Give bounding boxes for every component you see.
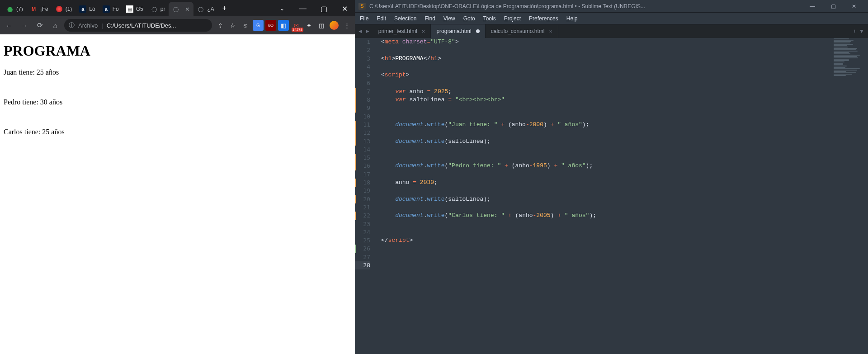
chrome-tab[interactable]: aFo — [99, 2, 123, 16]
close-icon[interactable]: × — [422, 28, 425, 35]
scheme-label: Archivo — [78, 22, 98, 29]
chrome-tab[interactable]: aLó — [75, 2, 99, 16]
minimap[interactable] — [832, 38, 868, 354]
tab-overflow: + ▼ — [849, 24, 868, 38]
dirty-indicator-icon — [476, 29, 480, 33]
menu-preferences[interactable]: Preferences — [525, 15, 562, 22]
mail-badge: 14278 — [292, 28, 303, 32]
editor-tab-active[interactable]: programa.html — [431, 24, 485, 38]
window-title: C:\Users\LATITUDE\Desktop\ONE-ORACLE\Lóg… — [369, 3, 802, 9]
chrome-tab[interactable]: ⬤(7) — [3, 2, 27, 16]
editor-tab[interactable]: calculo_consumo.html × — [486, 24, 558, 38]
tab-name: programa.html — [436, 28, 471, 34]
menu-selection[interactable]: Selection — [390, 15, 420, 22]
output-line: Carlos tiene: 25 años — [4, 128, 351, 136]
menu-file[interactable]: File — [356, 15, 373, 22]
chrome-tabstrip: ⬤(7) M¡Fe (1) aLó aFo ▤G5 ◯pr ◯✕ ◯¿A + ⌄… — [0, 0, 355, 16]
maximize-button[interactable]: ▢ — [823, 0, 844, 13]
globe-icon: ◯ — [197, 5, 204, 13]
nav-forward-icon[interactable]: ► — [365, 28, 370, 34]
menu-goto[interactable]: Goto — [459, 15, 479, 22]
new-tab-button[interactable]: + — [218, 4, 231, 12]
menu-bar: File Edit Selection Find View Goto Tools… — [355, 13, 868, 24]
reload-button[interactable]: ⟳ — [33, 19, 46, 32]
menu-icon[interactable]: ⋮ — [341, 20, 352, 31]
extension-icon[interactable]: ⎋ — [240, 20, 251, 31]
page-title: PROGRAMA — [4, 42, 351, 59]
globe-icon: ◯ — [172, 5, 179, 13]
alura-icon: a — [79, 5, 86, 13]
chrome-tab[interactable]: ◯¿A — [193, 2, 217, 16]
page-content: PROGRAMA Juan tiene: 25 años Pedro tiene… — [0, 34, 355, 354]
window-controls: ⌄ — ▢ ✕ — [272, 1, 355, 16]
favicon — [56, 5, 63, 13]
extension-icon[interactable]: ◧ — [278, 20, 289, 31]
bookmark-icon[interactable]: ☆ — [227, 20, 238, 31]
minimize-button[interactable]: — — [802, 0, 823, 13]
sublime-titlebar[interactable]: S C:\Users\LATITUDE\Desktop\ONE-ORACLE\L… — [355, 0, 868, 13]
extensions-area: ⇪ ☆ ⎋ G uO ◧ ✉14278 ✦ ◫ ⋮ — [215, 20, 352, 31]
close-button[interactable]: ✕ — [334, 1, 355, 16]
menu-tools[interactable]: Tools — [479, 15, 500, 22]
output-line: Pedro tiene: 30 años — [4, 98, 351, 106]
chrome-tab[interactable]: ▤G5 — [123, 2, 147, 16]
doc-icon: ▤ — [126, 5, 133, 13]
extensions-puzzle-icon[interactable]: ✦ — [303, 20, 314, 31]
chrome-tab[interactable]: M¡Fe — [27, 2, 52, 16]
chrome-toolbar: ← → ⟳ ⌂ ⓘ Archivo | C:/Users/LATITUDE/De… — [0, 16, 355, 34]
menu-find[interactable]: Find — [420, 15, 439, 22]
profile-avatar[interactable] — [329, 20, 340, 31]
tab-name: primer_test.html — [378, 28, 417, 34]
address-text: C:/Users/LATITUDE/Des... — [107, 22, 176, 29]
chrome-top: ⬤(7) M¡Fe (1) aLó aFo ▤G5 ◯pr ◯✕ ◯¿A + ⌄… — [0, 0, 355, 34]
chrome-tab[interactable]: (1) — [52, 2, 76, 16]
tab-title: ¿A — [207, 6, 214, 12]
tab-title: pr — [160, 6, 165, 12]
search-tabs-icon[interactable]: ⌄ — [272, 1, 292, 16]
sidepanel-icon[interactable]: ◫ — [316, 20, 327, 31]
chrome-tab-active[interactable]: ◯✕ — [169, 2, 193, 16]
minimize-button[interactable]: — — [292, 1, 313, 16]
tab-bar: ◄ ► primer_test.html × programa.html cal… — [355, 24, 868, 38]
gutter[interactable]: 1234567891011121314151617181920212223242… — [355, 38, 375, 354]
share-icon[interactable]: ⇪ — [215, 20, 226, 31]
info-icon[interactable]: ⓘ — [69, 21, 75, 29]
favicon: ⬤ — [6, 5, 14, 13]
new-tab-icon[interactable]: + — [853, 28, 856, 34]
alura-icon: a — [103, 5, 110, 13]
maximize-button[interactable]: ▢ — [313, 1, 334, 16]
code-area[interactable]: <meta charset="UTF-8"> <h1>PROGRAMA</h1>… — [375, 38, 832, 354]
editor-tab[interactable]: primer_test.html × — [373, 24, 431, 38]
menu-project[interactable]: Project — [500, 15, 525, 22]
tabs-dropdown-icon[interactable]: ▼ — [859, 28, 864, 34]
sublime-logo-icon: S — [359, 3, 366, 10]
tab-title: ¡Fe — [40, 6, 48, 12]
output-line: Juan tiene: 25 años — [4, 68, 351, 76]
tab-title: (7) — [16, 6, 23, 12]
nav-arrows: ◄ ► — [355, 24, 373, 38]
home-button[interactable]: ⌂ — [49, 19, 61, 32]
close-icon[interactable]: ✕ — [185, 6, 190, 13]
window-controls: — ▢ ✕ — [802, 0, 864, 13]
tab-title: G5 — [136, 6, 143, 12]
menu-help[interactable]: Help — [562, 15, 582, 22]
chrome-tab[interactable]: ◯pr — [147, 2, 169, 16]
nav-back-icon[interactable]: ◄ — [358, 28, 363, 34]
chrome-window: ⬤(7) M¡Fe (1) aLó aFo ▤G5 ◯pr ◯✕ ◯¿A + ⌄… — [0, 0, 355, 354]
globe-icon: ◯ — [151, 5, 158, 13]
close-button[interactable]: ✕ — [844, 0, 864, 13]
tab-title: Ló — [89, 6, 95, 12]
back-button[interactable]: ← — [3, 19, 15, 32]
tab-title: (1) — [66, 6, 72, 12]
close-icon[interactable]: × — [549, 28, 553, 35]
address-bar[interactable]: ⓘ Archivo | C:/Users/LATITUDE/Des... — [64, 19, 212, 32]
translate-icon[interactable]: G — [253, 20, 264, 31]
menu-edit[interactable]: Edit — [373, 15, 390, 22]
tab-title: Fo — [113, 6, 119, 12]
sublime-window: S C:\Users\LATITUDE\Desktop\ONE-ORACLE\L… — [355, 0, 868, 354]
editor-body: 1234567891011121314151617181920212223242… — [355, 38, 868, 354]
mail-icon[interactable]: ✉14278 — [291, 20, 302, 31]
ublock-icon[interactable]: uO — [265, 20, 276, 31]
menu-view[interactable]: View — [439, 15, 459, 22]
forward-button[interactable]: → — [18, 19, 31, 32]
